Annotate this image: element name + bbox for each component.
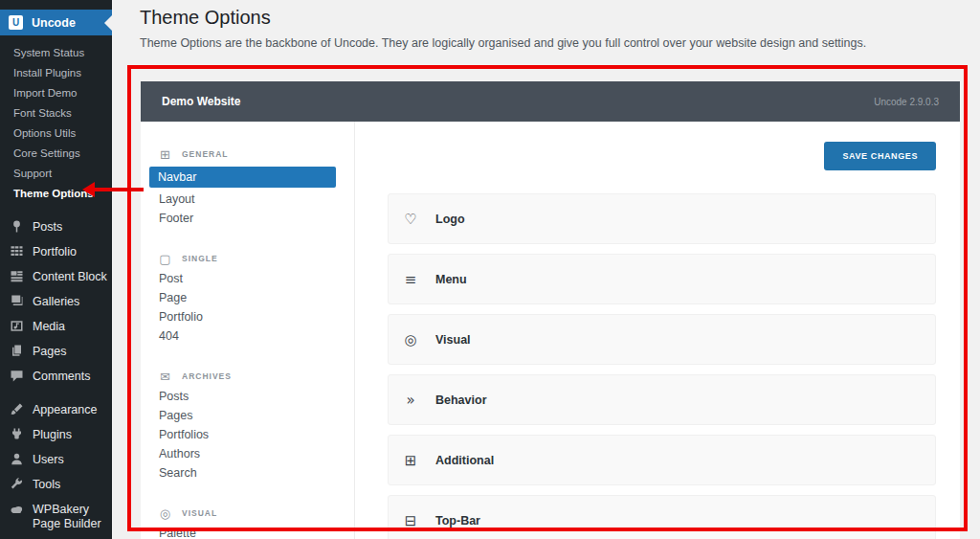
- plug-icon: [10, 427, 24, 441]
- nav-item-posts-archive[interactable]: Posts: [158, 387, 354, 406]
- plus-square-icon: ⊞: [401, 452, 420, 469]
- section-visual[interactable]: ◎ Visual: [388, 314, 936, 365]
- section-logo[interactable]: ♡ Logo: [388, 193, 936, 244]
- nav-item-navbar[interactable]: Navbar: [149, 167, 336, 188]
- version-label: Uncode 2.9.0.3: [874, 97, 939, 107]
- section-behavior[interactable]: » Behavior: [388, 374, 936, 425]
- sidebar-item-appearance[interactable]: Appearance: [0, 397, 112, 422]
- admin-sidebar: U Uncode System Status Install Plugins I…: [0, 0, 112, 539]
- menu-separator: [0, 389, 112, 397]
- nav-group-general: ⊞ GENERAL Navbar Layout Footer: [158, 144, 354, 228]
- nav-group-single: ▢ SINGLE Post Page Portfolio 404: [158, 248, 354, 346]
- section-additional[interactable]: ⊞ Additional: [388, 435, 936, 485]
- user-icon: [10, 452, 24, 466]
- nav-group-visual: ◎ VISUAL Palette: [158, 503, 354, 539]
- document-icon: ▢: [158, 252, 172, 266]
- blocks-icon: [10, 269, 24, 283]
- screen: U Uncode System Status Install Plugins I…: [0, 0, 980, 539]
- sidebar-item-uncode[interactable]: U Uncode: [0, 10, 112, 35]
- sidebar-item-pages[interactable]: Pages: [0, 339, 112, 364]
- pushpin-icon: [10, 219, 24, 234]
- envelope-icon: ✉: [158, 370, 172, 384]
- grid-icon: [10, 244, 24, 258]
- uncode-brand-label: Uncode: [32, 16, 76, 30]
- nav-item-palette[interactable]: Palette: [158, 524, 354, 539]
- panel-body: ⊞ GENERAL Navbar Layout Footer ▢ SINGLE …: [141, 122, 960, 539]
- comment-icon: [10, 369, 24, 383]
- layout-icon: ⊞: [158, 147, 172, 162]
- pages-icon: [10, 344, 24, 358]
- sidebar-item-install-plugins[interactable]: Install Plugins: [0, 63, 112, 83]
- sidebar-item-portfolio[interactable]: Portfolio: [0, 239, 112, 264]
- nav-group-archives: ✉ ARCHIVES Posts Pages Portfolios Author…: [158, 366, 354, 483]
- panel-header: Demo Website Uncode 2.9.0.3: [141, 81, 960, 122]
- gallery-icon: [10, 294, 24, 308]
- cloud-icon: [10, 502, 24, 516]
- topbar-icon: ⊟: [401, 512, 420, 529]
- active-menu-notch: [104, 15, 112, 31]
- wrench-icon: [10, 477, 24, 491]
- nav-group-header: ◎ VISUAL: [158, 503, 354, 524]
- sidebar-item-import-demo[interactable]: Import Demo: [0, 83, 112, 103]
- eye-icon: ◎: [401, 331, 420, 348]
- nav-item-404[interactable]: 404: [158, 326, 354, 346]
- nav-item-portfolio[interactable]: Portfolio: [158, 307, 354, 326]
- media-icon: [10, 319, 24, 333]
- options-nav: ⊞ GENERAL Navbar Layout Footer ▢ SINGLE …: [141, 122, 355, 539]
- nav-item-authors-archive[interactable]: Authors: [158, 444, 354, 463]
- section-menu[interactable]: ≡ Menu: [388, 254, 936, 304]
- nav-item-page[interactable]: Page: [158, 288, 354, 307]
- sidebar-item-posts[interactable]: Posts: [0, 214, 112, 239]
- sidebar-item-comments[interactable]: Comments: [0, 364, 112, 389]
- sidebar-item-media[interactable]: Media: [0, 314, 112, 339]
- sidebar-item-users[interactable]: Users: [0, 447, 112, 472]
- nav-group-header: ✉ ARCHIVES: [158, 366, 354, 387]
- sidebar-item-tools[interactable]: Tools: [0, 472, 112, 497]
- hamburger-icon: ≡: [401, 271, 420, 288]
- sidebar-item-system-status[interactable]: System Status: [0, 43, 112, 63]
- sidebar-item-wpbakery[interactable]: WPBakery Page Builder: [0, 497, 112, 536]
- annotation-red-arrow: [82, 182, 145, 198]
- page-description: Theme Options are the backbone of Uncode…: [140, 36, 866, 50]
- nav-group-header: ⊞ GENERAL: [158, 144, 354, 165]
- nav-item-pages-archive[interactable]: Pages: [158, 406, 354, 425]
- site-title: Demo Website: [162, 95, 240, 108]
- double-chevron-icon: »: [401, 392, 420, 409]
- sidebar-item-plugins[interactable]: Plugins: [0, 422, 112, 447]
- sidebar-item-content-block[interactable]: Content Block: [0, 264, 112, 289]
- section-top-bar[interactable]: ⊟ Top-Bar: [388, 495, 936, 539]
- nav-group-header: ▢ SINGLE: [158, 248, 354, 269]
- page-title: Theme Options: [140, 7, 271, 29]
- eye-icon: ◎: [158, 506, 172, 521]
- heart-icon: ♡: [401, 211, 420, 228]
- nav-item-post[interactable]: Post: [158, 269, 354, 288]
- uncode-logo-icon: U: [9, 15, 23, 30]
- nav-item-layout[interactable]: Layout: [158, 190, 354, 209]
- brush-icon: [10, 402, 24, 416]
- save-row: SAVE CHANGES: [388, 142, 936, 170]
- nav-item-search-archive[interactable]: Search: [158, 463, 354, 483]
- sidebar-item-core-settings[interactable]: Core Settings: [0, 144, 112, 164]
- sidebar-item-support[interactable]: Support: [0, 164, 112, 184]
- nav-item-portfolios-archive[interactable]: Portfolios: [158, 425, 354, 444]
- admin-main-menu: Posts Portfolio Content Block Galleries …: [0, 214, 112, 539]
- sidebar-item-galleries[interactable]: Galleries: [0, 289, 112, 314]
- sidebar-item-options-utils[interactable]: Options Utils: [0, 124, 112, 144]
- sidebar-item-font-stacks[interactable]: Font Stacks: [0, 103, 112, 124]
- options-main: SAVE CHANGES ♡ Logo ≡ Menu ◎ Visual » Be…: [355, 122, 960, 539]
- nav-item-footer[interactable]: Footer: [158, 209, 354, 228]
- save-changes-button[interactable]: SAVE CHANGES: [824, 142, 936, 170]
- theme-options-panel: Demo Website Uncode 2.9.0.3 ⊞ GENERAL Na…: [141, 81, 960, 539]
